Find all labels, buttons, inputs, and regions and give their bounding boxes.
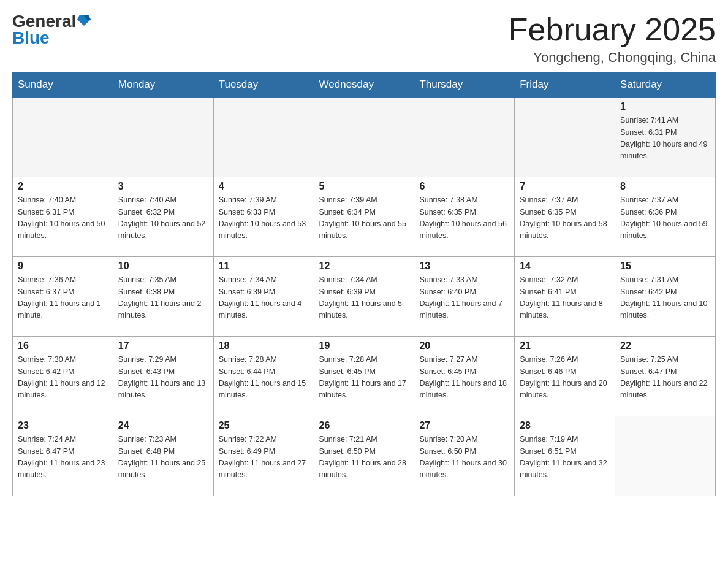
day-number: 2 — [18, 181, 108, 192]
title-block: February 2025 Yongcheng, Chongqing, Chin… — [509, 12, 716, 66]
calendar-cell: 9Sunrise: 7:36 AMSunset: 6:37 PMDaylight… — [13, 257, 113, 337]
day-number: 16 — [18, 340, 108, 351]
day-number: 19 — [319, 340, 409, 351]
day-info: Sunrise: 7:28 AMSunset: 6:44 PMDaylight:… — [219, 354, 309, 402]
day-number: 12 — [319, 261, 409, 272]
calendar-week-row: 9Sunrise: 7:36 AMSunset: 6:37 PMDaylight… — [13, 257, 716, 337]
calendar-cell — [314, 98, 414, 177]
calendar-cell: 24Sunrise: 7:23 AMSunset: 6:48 PMDayligh… — [113, 416, 213, 496]
day-number: 22 — [620, 340, 710, 351]
day-info: Sunrise: 7:24 AMSunset: 6:47 PMDaylight:… — [18, 434, 108, 481]
day-info: Sunrise: 7:20 AMSunset: 6:50 PMDaylight:… — [419, 434, 509, 481]
calendar-cell: 6Sunrise: 7:38 AMSunset: 6:35 PMDaylight… — [414, 177, 515, 257]
day-number: 8 — [620, 181, 710, 192]
day-info: Sunrise: 7:32 AMSunset: 6:41 PMDaylight:… — [520, 274, 610, 322]
calendar-subtitle: Yongcheng, Chongqing, China — [509, 50, 716, 66]
calendar-week-row: 2Sunrise: 7:40 AMSunset: 6:31 PMDaylight… — [13, 177, 716, 257]
calendar-cell: 19Sunrise: 7:28 AMSunset: 6:45 PMDayligh… — [314, 337, 414, 416]
day-number: 14 — [520, 261, 610, 272]
day-number: 6 — [419, 181, 509, 192]
day-number: 9 — [18, 261, 108, 272]
day-info: Sunrise: 7:22 AMSunset: 6:49 PMDaylight:… — [219, 434, 309, 481]
day-header-monday: Monday — [113, 72, 213, 98]
calendar-cell: 23Sunrise: 7:24 AMSunset: 6:47 PMDayligh… — [13, 416, 113, 496]
calendar-header-row: SundayMondayTuesdayWednesdayThursdayFrid… — [13, 72, 716, 98]
calendar-cell — [13, 98, 113, 177]
calendar-cell: 12Sunrise: 7:34 AMSunset: 6:39 PMDayligh… — [314, 257, 414, 337]
day-number: 5 — [319, 181, 409, 192]
day-number: 21 — [520, 340, 610, 351]
calendar-cell: 16Sunrise: 7:30 AMSunset: 6:42 PMDayligh… — [13, 337, 113, 416]
calendar-title: February 2025 — [509, 12, 716, 47]
day-info: Sunrise: 7:19 AMSunset: 6:51 PMDaylight:… — [520, 434, 610, 481]
day-header-friday: Friday — [515, 72, 615, 98]
day-info: Sunrise: 7:29 AMSunset: 6:43 PMDaylight:… — [118, 354, 208, 402]
calendar-cell: 15Sunrise: 7:31 AMSunset: 6:42 PMDayligh… — [615, 257, 716, 337]
day-info: Sunrise: 7:28 AMSunset: 6:45 PMDaylight:… — [319, 354, 409, 402]
day-info: Sunrise: 7:34 AMSunset: 6:39 PMDaylight:… — [219, 274, 309, 322]
calendar-week-row: 23Sunrise: 7:24 AMSunset: 6:47 PMDayligh… — [13, 416, 716, 496]
calendar-cell: 21Sunrise: 7:26 AMSunset: 6:46 PMDayligh… — [515, 337, 615, 416]
day-info: Sunrise: 7:30 AMSunset: 6:42 PMDaylight:… — [18, 354, 108, 402]
calendar-cell: 14Sunrise: 7:32 AMSunset: 6:41 PMDayligh… — [515, 257, 615, 337]
day-number: 25 — [219, 420, 309, 431]
day-info: Sunrise: 7:26 AMSunset: 6:46 PMDaylight:… — [520, 354, 610, 402]
day-info: Sunrise: 7:39 AMSunset: 6:34 PMDaylight:… — [319, 194, 409, 242]
calendar-cell: 3Sunrise: 7:40 AMSunset: 6:32 PMDaylight… — [113, 177, 213, 257]
calendar-cell: 28Sunrise: 7:19 AMSunset: 6:51 PMDayligh… — [515, 416, 615, 496]
day-number: 18 — [219, 340, 309, 351]
calendar-cell: 17Sunrise: 7:29 AMSunset: 6:43 PMDayligh… — [113, 337, 213, 416]
day-header-saturday: Saturday — [615, 72, 716, 98]
day-info: Sunrise: 7:33 AMSunset: 6:40 PMDaylight:… — [419, 274, 509, 322]
calendar-cell — [113, 98, 213, 177]
day-number: 24 — [118, 420, 208, 431]
day-info: Sunrise: 7:25 AMSunset: 6:47 PMDaylight:… — [620, 354, 710, 402]
day-number: 4 — [219, 181, 309, 192]
day-number: 7 — [520, 181, 610, 192]
day-info: Sunrise: 7:41 AMSunset: 6:31 PMDaylight:… — [620, 115, 710, 163]
page-header: General Blue February 2025 Yongcheng, Ch… — [12, 12, 716, 66]
day-info: Sunrise: 7:39 AMSunset: 6:33 PMDaylight:… — [219, 194, 309, 242]
day-info: Sunrise: 7:35 AMSunset: 6:38 PMDaylight:… — [118, 274, 208, 322]
calendar-cell — [615, 416, 716, 496]
day-info: Sunrise: 7:40 AMSunset: 6:32 PMDaylight:… — [118, 194, 208, 242]
day-info: Sunrise: 7:31 AMSunset: 6:42 PMDaylight:… — [620, 274, 710, 322]
day-number: 26 — [319, 420, 409, 431]
day-info: Sunrise: 7:37 AMSunset: 6:36 PMDaylight:… — [620, 194, 710, 242]
calendar-cell: 11Sunrise: 7:34 AMSunset: 6:39 PMDayligh… — [213, 257, 314, 337]
day-header-thursday: Thursday — [414, 72, 515, 98]
calendar-cell — [213, 98, 314, 177]
day-info: Sunrise: 7:36 AMSunset: 6:37 PMDaylight:… — [18, 274, 108, 322]
day-header-wednesday: Wednesday — [314, 72, 414, 98]
day-info: Sunrise: 7:23 AMSunset: 6:48 PMDaylight:… — [118, 434, 208, 481]
calendar-cell: 22Sunrise: 7:25 AMSunset: 6:47 PMDayligh… — [615, 337, 716, 416]
day-number: 13 — [419, 261, 509, 272]
logo-arrow-icon — [77, 13, 91, 27]
day-number: 28 — [520, 420, 610, 431]
calendar-cell: 1Sunrise: 7:41 AMSunset: 6:31 PMDaylight… — [615, 98, 716, 177]
calendar-cell — [515, 98, 615, 177]
day-header-tuesday: Tuesday — [213, 72, 314, 98]
calendar-cell: 27Sunrise: 7:20 AMSunset: 6:50 PMDayligh… — [414, 416, 515, 496]
calendar-cell: 13Sunrise: 7:33 AMSunset: 6:40 PMDayligh… — [414, 257, 515, 337]
day-number: 23 — [18, 420, 108, 431]
day-number: 1 — [620, 101, 710, 112]
calendar-cell: 10Sunrise: 7:35 AMSunset: 6:38 PMDayligh… — [113, 257, 213, 337]
day-number: 15 — [620, 261, 710, 272]
calendar-cell: 18Sunrise: 7:28 AMSunset: 6:44 PMDayligh… — [213, 337, 314, 416]
calendar-week-row: 16Sunrise: 7:30 AMSunset: 6:42 PMDayligh… — [13, 337, 716, 416]
day-info: Sunrise: 7:27 AMSunset: 6:45 PMDaylight:… — [419, 354, 509, 402]
calendar-cell: 8Sunrise: 7:37 AMSunset: 6:36 PMDaylight… — [615, 177, 716, 257]
calendar-cell: 20Sunrise: 7:27 AMSunset: 6:45 PMDayligh… — [414, 337, 515, 416]
day-number: 3 — [118, 181, 208, 192]
day-info: Sunrise: 7:40 AMSunset: 6:31 PMDaylight:… — [18, 194, 108, 242]
day-info: Sunrise: 7:21 AMSunset: 6:50 PMDaylight:… — [319, 434, 409, 481]
calendar-cell: 26Sunrise: 7:21 AMSunset: 6:50 PMDayligh… — [314, 416, 414, 496]
calendar-cell: 2Sunrise: 7:40 AMSunset: 6:31 PMDaylight… — [13, 177, 113, 257]
day-number: 10 — [118, 261, 208, 272]
calendar-cell: 25Sunrise: 7:22 AMSunset: 6:49 PMDayligh… — [213, 416, 314, 496]
day-info: Sunrise: 7:38 AMSunset: 6:35 PMDaylight:… — [419, 194, 509, 242]
day-number: 20 — [419, 340, 509, 351]
logo-blue: Blue — [12, 29, 50, 48]
day-number: 27 — [419, 420, 509, 431]
